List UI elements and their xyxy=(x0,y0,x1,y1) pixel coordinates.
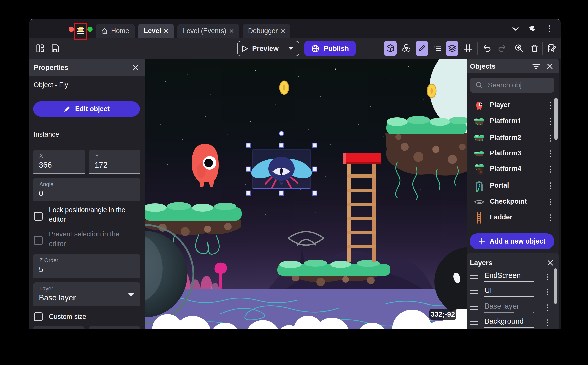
zoom-in-icon[interactable] xyxy=(513,41,525,56)
drag-handle-icon[interactable] xyxy=(470,321,478,325)
angle-field[interactable]: Angle 0 xyxy=(33,178,140,201)
object-row-portal[interactable]: Portal xyxy=(467,178,559,194)
object-menu-kebab-icon[interactable] xyxy=(547,197,554,207)
scene-editor-canvas[interactable]: 332;-92 xyxy=(145,59,467,329)
object-row-platform1[interactable]: Platform1 xyxy=(467,113,559,130)
layer-menu-kebab-icon[interactable] xyxy=(544,272,551,282)
preview-options-dropdown[interactable] xyxy=(283,41,299,56)
layers-scrollbar[interactable] xyxy=(554,268,557,304)
width-field-cutoff[interactable] xyxy=(33,326,85,329)
angle-field-value: 0 xyxy=(39,189,43,198)
toolbar-divider xyxy=(542,42,543,55)
height-field-cutoff[interactable] xyxy=(89,326,140,329)
publish-label: Publish xyxy=(324,45,349,53)
tab-debugger-label: Debugger xyxy=(248,27,278,35)
object-search-box[interactable] xyxy=(470,78,554,93)
close-tab-icon[interactable] xyxy=(164,29,168,33)
layer-menu-kebab-icon[interactable] xyxy=(544,287,551,297)
x-field[interactable]: X 366 xyxy=(33,150,85,174)
object-row-player[interactable]: Player xyxy=(467,97,559,113)
tab-debugger[interactable]: Debugger xyxy=(243,24,291,38)
titlebar: Home Level Level (Events) Debugger xyxy=(29,19,561,38)
extensions-puzzle-icon[interactable] xyxy=(528,24,537,33)
chevron-down-icon[interactable] xyxy=(511,25,520,33)
publish-button[interactable]: Publish xyxy=(304,41,356,56)
filter-icon[interactable] xyxy=(532,63,540,69)
macos-zoom-button[interactable] xyxy=(87,27,93,32)
layer-row-endscreen[interactable]: EndScreen xyxy=(467,270,559,284)
layer-select[interactable]: Layer Base layer xyxy=(33,282,140,306)
coin-instance[interactable] xyxy=(427,84,436,98)
y-field[interactable]: Y 172 xyxy=(89,150,140,174)
object-row-platform3[interactable]: Platform3 xyxy=(467,146,559,162)
edit-mode-pencil-icon[interactable] xyxy=(416,41,428,56)
tab-home[interactable]: Home xyxy=(96,24,135,38)
preview-button[interactable]: Preview xyxy=(237,41,299,56)
close-tab-icon[interactable] xyxy=(281,29,285,33)
delete-trash-icon[interactable] xyxy=(528,41,541,56)
search-icon xyxy=(475,81,483,89)
object-menu-kebab-icon[interactable] xyxy=(547,181,554,191)
edit-object-button[interactable]: Edit object xyxy=(33,101,140,117)
object-row-checkpoint[interactable]: Checkpoint xyxy=(467,194,559,210)
layer-name-underline xyxy=(484,312,534,313)
drag-handle-icon[interactable] xyxy=(470,290,478,294)
instances-list-icon[interactable] xyxy=(431,41,444,56)
object-groups-icon[interactable] xyxy=(400,41,413,56)
close-panel-icon[interactable] xyxy=(547,260,553,266)
close-tab-icon[interactable] xyxy=(229,29,234,33)
layer-row-ui[interactable]: UI xyxy=(467,285,559,299)
object-menu-kebab-icon[interactable] xyxy=(547,164,554,174)
object-menu-kebab-icon[interactable] xyxy=(547,116,554,127)
properties-header: Properties xyxy=(29,59,145,76)
objects-scrollbar[interactable] xyxy=(554,98,558,140)
object-row-platform4[interactable]: Platform4 xyxy=(467,161,559,177)
add-new-object-button[interactable]: Add a new object xyxy=(470,233,554,249)
cursor-coordinates-badge: 332;-92 xyxy=(429,309,456,320)
y-field-label: Y xyxy=(95,153,99,159)
tab-level[interactable]: Level xyxy=(138,24,174,38)
lock-position-checkbox[interactable] xyxy=(34,212,43,221)
object-row-platform2[interactable]: Platform2 xyxy=(467,130,559,146)
close-panel-icon[interactable] xyxy=(132,64,139,71)
toolbar-divider xyxy=(477,42,478,55)
open-project-manager-icon[interactable] xyxy=(34,41,46,56)
layer-menu-kebab-icon[interactable] xyxy=(544,302,551,313)
drag-handle-icon[interactable] xyxy=(470,275,478,279)
app-window: Home Level Level (Events) Debugger xyxy=(29,19,561,329)
grid-icon[interactable] xyxy=(462,41,474,56)
object-menu-kebab-icon[interactable] xyxy=(547,213,554,223)
object-menu-kebab-icon[interactable] xyxy=(547,133,554,143)
layer-name-underline xyxy=(484,296,534,297)
layers-panel-icon[interactable] xyxy=(446,41,458,56)
tab-home-label: Home xyxy=(111,27,129,35)
layer-row-background[interactable]: Background xyxy=(467,316,559,329)
close-panel-icon[interactable] xyxy=(547,63,553,69)
scene-render xyxy=(145,59,467,329)
layer-name-underline xyxy=(484,281,534,282)
toggle-3d-view-icon[interactable] xyxy=(384,41,397,56)
object-menu-kebab-icon[interactable] xyxy=(547,100,554,110)
custom-size-checkbox[interactable] xyxy=(34,312,43,321)
undo-icon[interactable] xyxy=(481,41,493,56)
macos-close-button[interactable] xyxy=(69,27,74,32)
preview-button-main[interactable]: Preview xyxy=(238,41,283,56)
layer-row-base-layer[interactable]: Base layer xyxy=(467,300,559,315)
z-order-field[interactable]: Z Order 5 xyxy=(33,254,140,278)
search-input[interactable] xyxy=(487,81,546,89)
edit-scene-properties-icon[interactable] xyxy=(546,41,558,56)
object-menu-kebab-icon[interactable] xyxy=(547,149,554,159)
coin-instance[interactable] xyxy=(280,81,289,94)
toolbar: Preview Publish xyxy=(29,38,561,59)
z-order-value: 5 xyxy=(39,265,43,274)
tab-level-events[interactable]: Level (Events) xyxy=(177,24,239,38)
object-row-ladder[interactable]: Ladder xyxy=(467,210,559,226)
save-icon[interactable] xyxy=(49,41,61,56)
drag-handle-icon[interactable] xyxy=(470,306,478,310)
x-field-label: X xyxy=(39,153,43,159)
prevent-selection-checkbox[interactable] xyxy=(34,236,43,245)
window-menu-kebab-icon[interactable] xyxy=(546,24,553,34)
custom-size-label: Custom size xyxy=(49,312,86,321)
redo-icon[interactable] xyxy=(496,41,508,56)
layer-menu-kebab-icon[interactable] xyxy=(544,318,551,328)
